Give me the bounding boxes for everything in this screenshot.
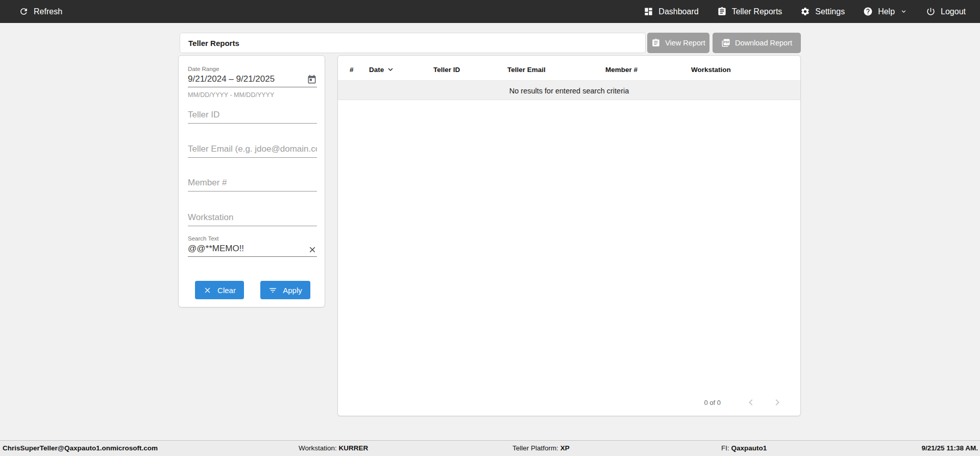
footer-workstation: Workstation: KURRER bbox=[299, 444, 368, 452]
footer-timestamp: 9/21/25 11:38 AM. bbox=[921, 444, 978, 452]
page-prev-icon bbox=[745, 396, 757, 409]
chevron-down-icon bbox=[900, 8, 908, 15]
nav-item-help[interactable]: Help bbox=[863, 7, 908, 16]
filter-icon bbox=[268, 286, 277, 295]
refresh-button[interactable]: Refresh bbox=[19, 7, 62, 16]
clear-button-label: Clear bbox=[217, 286, 236, 295]
no-results-row: No results for entered search criteria bbox=[338, 82, 800, 100]
clear-x-button-icon bbox=[203, 286, 212, 295]
status-footer: ChrisSuperTeller@Qaxpauto1.onmicrosoft.c… bbox=[0, 440, 980, 456]
results-table-card: # Date Teller ID Teller Email Member # W… bbox=[337, 55, 801, 416]
search-text-field-row bbox=[188, 244, 317, 257]
pdf-icon bbox=[721, 38, 730, 47]
sort-chevron-icon[interactable] bbox=[386, 66, 395, 74]
dashboard-icon bbox=[644, 7, 653, 16]
column-header-number[interactable]: # bbox=[350, 66, 369, 81]
calendar-icon[interactable] bbox=[307, 75, 317, 87]
column-header-date[interactable]: Date bbox=[369, 66, 433, 81]
column-header-teller-email[interactable]: Teller Email bbox=[507, 66, 605, 81]
table-header-row: # Date Teller ID Teller Email Member # W… bbox=[338, 56, 800, 81]
column-header-workstation[interactable]: Workstation bbox=[691, 66, 800, 81]
refresh-icon bbox=[19, 7, 29, 16]
settings-gear-icon bbox=[800, 7, 810, 16]
top-nav-bar: Refresh Dashboard Teller Reports Setting… bbox=[0, 0, 980, 23]
footer-fi: FI: Qaxpauto1 bbox=[721, 444, 767, 452]
clear-button[interactable]: Clear bbox=[195, 281, 244, 299]
download-report-label: Download Report bbox=[735, 39, 792, 47]
apply-button-label: Apply bbox=[283, 286, 302, 295]
date-range-field-row bbox=[188, 74, 317, 87]
page-title: Teller Reports bbox=[188, 39, 239, 47]
page-prev-button[interactable] bbox=[744, 396, 757, 409]
nav-label-dashboard: Dashboard bbox=[658, 7, 698, 16]
workstation-input[interactable] bbox=[188, 212, 317, 226]
refresh-label: Refresh bbox=[34, 7, 62, 16]
member-number-input[interactable] bbox=[188, 178, 317, 191]
search-text-label: Search Text bbox=[188, 235, 219, 242]
page-next-button[interactable] bbox=[771, 396, 784, 409]
apply-button[interactable]: Apply bbox=[260, 281, 310, 299]
teller-id-input[interactable] bbox=[188, 110, 317, 124]
pagination-status: 0 of 0 bbox=[704, 399, 721, 406]
view-report-clipboard-icon bbox=[651, 38, 660, 47]
search-text-input[interactable] bbox=[188, 244, 308, 256]
logout-power-icon bbox=[926, 7, 936, 16]
column-header-member-number[interactable]: Member # bbox=[605, 66, 691, 81]
date-range-label: Date Range bbox=[188, 66, 219, 72]
footer-user-email: ChrisSuperTeller@Qaxpauto1.onmicrosoft.c… bbox=[3, 444, 158, 452]
clear-x-icon[interactable] bbox=[308, 245, 317, 256]
nav-label-settings: Settings bbox=[815, 7, 845, 16]
filter-panel: Date Range MM/DD/YYYY - MM/DD/YYYY Searc… bbox=[178, 55, 325, 307]
teller-email-input[interactable] bbox=[188, 144, 317, 158]
teller-reports-icon bbox=[717, 7, 727, 16]
view-report-label: View Report bbox=[665, 39, 705, 47]
nav-label-help: Help bbox=[878, 7, 895, 16]
page-next-icon bbox=[771, 396, 783, 409]
download-report-button[interactable]: Download Report bbox=[713, 33, 801, 53]
view-report-button[interactable]: View Report bbox=[647, 33, 709, 53]
nav-label-logout: Logout bbox=[941, 7, 966, 16]
footer-teller-platform: Teller Platform: XP bbox=[512, 444, 570, 452]
date-format-hint: MM/DD/YYYY - MM/DD/YYYY bbox=[188, 91, 274, 99]
page-title-bar: Teller Reports bbox=[180, 33, 646, 53]
nav-label-teller-reports: Teller Reports bbox=[732, 7, 782, 16]
pagination: 0 of 0 bbox=[704, 396, 784, 409]
nav-item-logout[interactable]: Logout bbox=[926, 7, 966, 16]
nav-item-settings[interactable]: Settings bbox=[800, 7, 845, 16]
nav-item-teller-reports[interactable]: Teller Reports bbox=[717, 7, 782, 16]
nav-item-dashboard[interactable]: Dashboard bbox=[644, 7, 698, 16]
no-results-message: No results for entered search criteria bbox=[509, 87, 629, 95]
column-header-teller-id[interactable]: Teller ID bbox=[433, 66, 507, 81]
date-range-input[interactable] bbox=[188, 74, 307, 87]
help-icon bbox=[863, 7, 873, 16]
